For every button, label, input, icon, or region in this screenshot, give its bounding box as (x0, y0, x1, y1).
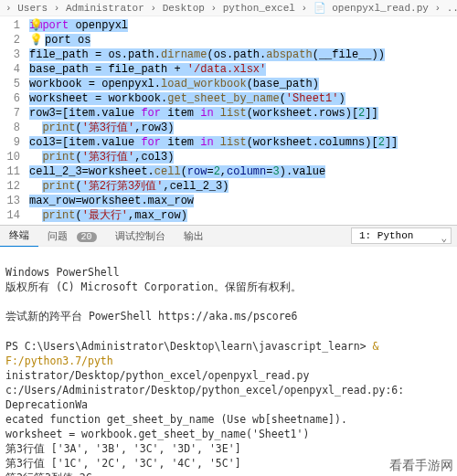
line-number: 10 (0, 150, 20, 164)
code-line[interactable]: cell_2_3=worksheet.cell(row=2,column=3).… (26, 164, 457, 179)
line-number: 1 (0, 18, 20, 33)
terminal-line: 尝试新的跨平台 PowerShell https://aka.ms/pscore… (5, 309, 452, 323)
code-line[interactable]: max_row=worksheet.max_row (26, 194, 457, 208)
panel-tabs: 终端 问题 20 调试控制台 输出 1: Python ⌄ (0, 225, 457, 247)
terminal-line (5, 250, 452, 265)
terminal-line: ecated function get_sheet_by_name (Use w… (5, 412, 452, 427)
code-line[interactable]: 💡import openpyxl (26, 18, 457, 33)
code-area[interactable]: 💡import openpyxl💡port osfile_path = os.p… (26, 16, 457, 225)
code-line[interactable]: 💡port os (26, 33, 457, 48)
code-line[interactable]: workbook = openpyxl.load_workbook(base_p… (26, 77, 457, 91)
dropdown-selected: 1: Python (359, 230, 413, 241)
terminal-line (5, 294, 452, 309)
terminal-output[interactable]: Windows PowerShell版权所有 (C) Microsoft Cor… (0, 247, 457, 476)
code-editor[interactable]: 1234567891011121314 💡import openpyxl💡por… (0, 16, 457, 225)
code-line[interactable]: col3=[item.value for item in list(worksh… (26, 135, 457, 150)
terminal-line: Windows PowerShell (5, 265, 452, 280)
code-line[interactable]: file_path = os.path.dirname(os.path.absp… (26, 48, 457, 62)
terminal-line: c:/Users/Administrator/Desktop/python_ex… (5, 383, 452, 412)
terminal-line: 版权所有 (C) Microsoft Corporation。保留所有权利。 (5, 280, 452, 294)
tab-output[interactable]: 输出 (175, 226, 213, 247)
line-number: 6 (0, 91, 20, 106)
terminal-line: 第3行值 ['1C', '2C', '3C', '4C', '5C'] (5, 456, 452, 471)
tab-problems-label: 问题 (48, 231, 68, 242)
terminal-line: 第2行第3列值 2C (5, 471, 452, 476)
line-number: 13 (0, 194, 20, 208)
tab-debug-console[interactable]: 调试控制台 (106, 226, 175, 247)
line-number: 3 (0, 48, 20, 62)
line-number: 14 (0, 208, 20, 223)
line-number: 4 (0, 62, 20, 77)
tab-terminal[interactable]: 终端 (0, 225, 38, 247)
line-number: 11 (0, 164, 20, 179)
code-line[interactable]: print('第3行值',col3) (26, 150, 457, 164)
code-line[interactable]: worksheet = workbook.get_sheet_by_name('… (26, 91, 457, 106)
line-number: 2 (0, 33, 20, 48)
chevron-down-icon: ⌄ (441, 232, 447, 244)
code-line[interactable]: row3=[item.value for item in list(worksh… (26, 106, 457, 121)
code-line[interactable]: print('最大行',max_row) (26, 208, 457, 223)
breadcrumb[interactable]: › Users › Administrator › Desktop › pyth… (0, 0, 457, 16)
code-line[interactable]: print('第2行第3列值',cell_2_3) (26, 179, 457, 194)
code-line[interactable]: base_path = file_path + '/data.xlsx' (26, 62, 457, 77)
problems-count-badge: 20 (77, 232, 97, 242)
terminal-line: PS C:\Users\Administrator\Desktop\learn\… (5, 339, 452, 368)
code-line[interactable]: print('第3行值',row3) (26, 121, 457, 135)
line-number-gutter: 1234567891011121314 (0, 16, 26, 225)
terminal-line: 第3行值 ['3A', '3B', '3C', '3D', '3E'] (5, 441, 452, 456)
watermark-text: 看看手游网 (389, 458, 453, 474)
terminal-line: worksheet = workbook.get_sheet_by_name('… (5, 427, 452, 441)
line-number: 9 (0, 135, 20, 150)
line-number: 8 (0, 121, 20, 135)
line-number: 7 (0, 106, 20, 121)
tab-problems[interactable]: 问题 20 (38, 226, 106, 247)
terminal-line: inistrator/Desktop/python_excel/openpyxl… (5, 368, 452, 383)
terminal-selector-dropdown[interactable]: 1: Python ⌄ (351, 227, 452, 244)
line-number: 12 (0, 179, 20, 194)
terminal-line (5, 323, 452, 338)
line-number: 5 (0, 77, 20, 91)
